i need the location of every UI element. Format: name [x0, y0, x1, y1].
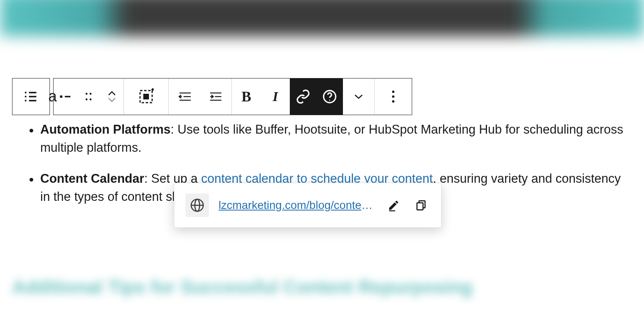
svg-point-9: [90, 93, 92, 95]
more-formatting-button[interactable]: [343, 78, 374, 115]
svg-point-25: [392, 95, 394, 98]
select-parent-button[interactable]: [124, 78, 168, 115]
svg-point-26: [392, 100, 394, 103]
svg-rect-13: [143, 94, 149, 99]
list-icon: [23, 89, 39, 105]
svg-point-10: [86, 99, 88, 101]
svg-point-23: [329, 100, 330, 101]
list-item[interactable]: Automation Platforms: Use tools like Buf…: [40, 121, 624, 157]
bullet-dash-icon: [58, 93, 72, 101]
list-block-button[interactable]: [12, 78, 50, 115]
link-icon: [295, 89, 311, 104]
more-options-button[interactable]: [375, 78, 412, 115]
copy-icon: [415, 199, 427, 211]
drag-dots-icon: [84, 91, 93, 102]
indent-button[interactable]: [200, 78, 231, 115]
pencil-icon: [388, 199, 400, 211]
outdent-icon: [176, 91, 192, 103]
popover-url-link[interactable]: lzcmarketing.com/blog/content-p...: [219, 199, 375, 212]
link-button[interactable]: [290, 78, 316, 115]
block-toolbar: B I: [12, 78, 412, 115]
italic-icon: I: [272, 89, 278, 104]
globe-icon-wrapper: [186, 194, 209, 217]
chevron-down-icon: [353, 93, 364, 100]
svg-rect-32: [417, 203, 423, 210]
move-up-down-button[interactable]: [100, 78, 124, 115]
drag-handle-button[interactable]: [77, 78, 100, 115]
hero-image-blur: [0, 0, 644, 36]
svg-point-2: [25, 96, 27, 97]
svg-point-0: [25, 92, 27, 93]
svg-point-11: [90, 99, 92, 101]
bullet-style-button[interactable]: [54, 78, 77, 115]
svg-point-8: [86, 93, 88, 95]
edit-link-button[interactable]: [385, 196, 402, 214]
bold-button[interactable]: B: [232, 78, 261, 115]
copy-link-button[interactable]: [412, 196, 430, 214]
svg-rect-7: [65, 96, 70, 97]
next-heading-blurred: Additional Tips for Successful Content R…: [12, 276, 473, 298]
globe-icon: [190, 198, 204, 213]
chevron-up-down-icon: [107, 91, 116, 103]
toolbar-group-main: B I: [53, 78, 412, 115]
help-button[interactable]: [316, 78, 343, 115]
indent-icon: [208, 91, 224, 103]
list-item-bold: Content Calendar: [40, 171, 144, 186]
select-square-icon: [138, 88, 155, 105]
toolbar-group-blocktype: [12, 78, 50, 115]
bold-icon: B: [242, 88, 251, 105]
kebab-menu-icon: [392, 90, 395, 103]
type-indicator-letter: a: [48, 88, 57, 105]
link-popover: lzcmarketing.com/blog/content-p...: [174, 183, 442, 228]
list-item-bold: Automation Platforms: [40, 122, 171, 136]
svg-point-6: [60, 95, 62, 98]
help-circle-icon: [322, 89, 337, 104]
svg-rect-30: [389, 211, 395, 212]
svg-rect-15: [152, 88, 153, 91]
svg-point-4: [25, 100, 27, 101]
italic-button[interactable]: I: [261, 78, 290, 115]
outdent-button[interactable]: [169, 78, 200, 115]
svg-point-24: [392, 91, 394, 93]
